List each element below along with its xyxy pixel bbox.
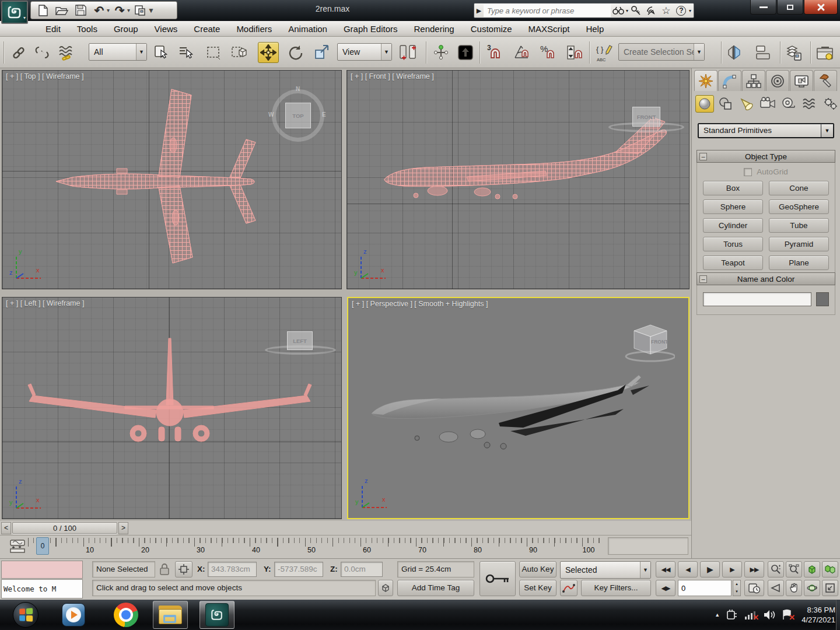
angle-snap-toggle-button[interactable] <box>511 42 532 63</box>
time-slider[interactable]: 0 / 100 <box>12 522 117 534</box>
menu-maxscript[interactable]: MAXScript <box>520 21 578 36</box>
object-name-input[interactable] <box>703 292 811 306</box>
help-dropdown-arrow[interactable]: ▾ <box>689 8 691 13</box>
align-button[interactable] <box>753 42 774 63</box>
snap-toggle-3d-button[interactable]: 3 <box>484 42 505 63</box>
manage-layers-button[interactable] <box>783 42 804 63</box>
current-frame-marker[interactable]: 0 <box>36 537 49 555</box>
favorites-star-icon[interactable]: ☆ <box>659 4 674 18</box>
time-configuration-button[interactable] <box>744 580 764 596</box>
undo-dropdown-arrow[interactable]: ▾ <box>107 7 110 13</box>
viewport-left[interactable]: [ + ] [ Left ] [ Wireframe ] LEFT <box>2 297 342 519</box>
subscription-key-icon[interactable] <box>628 4 643 18</box>
plane-button[interactable]: Plane <box>769 256 829 270</box>
percent-snap-toggle-button[interactable]: % <box>538 42 559 63</box>
named-selection-set-arrow[interactable]: ▼ <box>694 44 704 60</box>
absolute-offset-mode-toggle[interactable] <box>175 561 192 578</box>
viewport-top-label[interactable]: [ + ] [ Top ] [ Wireframe ] <box>6 72 84 80</box>
menu-views[interactable]: Views <box>146 21 186 36</box>
bind-to-spacewarp-button[interactable] <box>56 42 77 63</box>
viewcube-east[interactable]: E <box>322 111 326 118</box>
tab-utilities[interactable] <box>814 70 837 91</box>
systems-category-button[interactable] <box>821 95 840 113</box>
application-menu-button[interactable]: ▾ <box>1 1 28 24</box>
geometry-category-button[interactable] <box>695 95 714 113</box>
tab-motion[interactable] <box>766 70 789 91</box>
named-selection-sets-button[interactable]: { } ABC <box>594 42 615 63</box>
shapes-category-button[interactable] <box>716 95 735 113</box>
default-in-out-tangents-button[interactable] <box>560 580 578 596</box>
restore-button[interactable] <box>777 0 803 15</box>
menu-customize[interactable]: Customize <box>463 21 520 36</box>
help-icon[interactable]: ? <box>674 4 689 18</box>
geosphere-button[interactable]: GeoSphere <box>769 200 829 214</box>
selection-lock-toggle[interactable] <box>159 562 170 576</box>
tube-button[interactable]: Tube <box>769 218 829 233</box>
menu-group[interactable]: Group <box>106 21 146 36</box>
redo-dropdown-arrow[interactable]: ▾ <box>127 7 130 13</box>
field-of-view-button[interactable] <box>768 580 784 596</box>
action-center-icon[interactable]: ✕ <box>782 609 792 621</box>
show-desktop-button[interactable] <box>836 600 840 630</box>
orbit-button[interactable] <box>804 580 820 596</box>
zoom-button[interactable] <box>768 561 784 578</box>
viewport-left-label[interactable]: [ + ] [ Left ] [ Wireframe ] <box>6 299 84 307</box>
named-selection-set-dropdown[interactable]: Create Selection Se ▼ <box>618 43 705 61</box>
reference-coordinate-arrow[interactable]: ▼ <box>381 44 391 60</box>
toolbox-button[interactable] <box>814 42 835 63</box>
current-frame-input[interactable] <box>678 580 732 596</box>
zoom-all-button[interactable] <box>786 561 802 578</box>
spin-up-icon[interactable]: ▲ <box>735 582 738 586</box>
viewcube-north[interactable]: N <box>296 86 300 92</box>
select-and-link-button[interactable] <box>8 42 29 63</box>
viewcube-front-label[interactable]: FRONT <box>651 339 668 345</box>
volume-icon[interactable] <box>763 609 776 621</box>
new-file-button[interactable] <box>34 3 52 18</box>
reference-coordinate-dropdown[interactable]: View ▼ <box>337 43 392 61</box>
start-button[interactable] <box>13 602 38 628</box>
frame-spinner[interactable]: ▲ ▼ <box>733 580 741 596</box>
select-by-name-button[interactable] <box>175 42 196 63</box>
menu-help[interactable]: Help <box>578 21 612 36</box>
box-button[interactable]: Box <box>703 181 763 195</box>
previous-frame-button[interactable]: ◀ <box>678 561 698 578</box>
selection-filter-arrow[interactable]: ▼ <box>136 44 146 60</box>
go-to-end-button[interactable]: ▶▶ <box>744 561 764 578</box>
spacewarps-category-button[interactable] <box>800 95 819 113</box>
viewcube-top-face[interactable]: TOP <box>285 103 311 128</box>
viewcube-front-face[interactable]: FRONT <box>632 107 660 127</box>
set-keys-button[interactable] <box>480 561 516 596</box>
taskbar-chrome[interactable] <box>108 601 144 629</box>
tab-modify[interactable] <box>718 70 741 91</box>
lights-category-button[interactable] <box>737 95 756 113</box>
spinner-snap-toggle-button[interactable] <box>565 42 586 63</box>
cone-button[interactable]: Cone <box>769 181 829 195</box>
pyramid-button[interactable]: Pyramid <box>769 237 829 251</box>
autogrid-checkbox[interactable] <box>744 168 752 176</box>
menu-tools[interactable]: Tools <box>69 21 106 36</box>
key-filters-button[interactable]: Key Filters... <box>581 580 651 596</box>
project-folder-button[interactable] <box>131 3 149 18</box>
search-go-icon[interactable]: ▶ <box>474 7 484 15</box>
save-file-button[interactable] <box>72 3 89 18</box>
maxscript-listener[interactable]: Welcome to M <box>1 579 83 598</box>
viewport-perspective-label[interactable]: [ + ] [ Perspective ] [ Smooth + Highlig… <box>352 300 488 308</box>
maximize-viewport-toggle-button[interactable] <box>822 580 838 596</box>
x-coordinate-field[interactable]: 343.783cm <box>208 562 257 577</box>
minimize-button[interactable] <box>750 0 776 15</box>
zoom-extents-all-button[interactable] <box>822 561 838 578</box>
y-coordinate-field[interactable]: -5737.589c <box>274 562 323 577</box>
select-and-move-button[interactable] <box>258 42 279 63</box>
select-and-rotate-button[interactable] <box>285 42 306 63</box>
undo-button[interactable]: ↶ <box>90 3 108 18</box>
keyboard-shortcut-override-button[interactable] <box>455 42 476 63</box>
search-binoculars-icon[interactable] <box>611 4 626 18</box>
key-mode-toggle-button[interactable]: ◀▶ <box>656 580 676 596</box>
taskbar-3dsmax[interactable] <box>200 601 235 629</box>
tab-hierarchy[interactable] <box>742 70 765 91</box>
menu-graph-editors[interactable]: Graph Editors <box>335 21 406 36</box>
select-object-button[interactable] <box>150 42 172 63</box>
qat-customize-arrow[interactable]: ▼ <box>148 6 155 15</box>
close-button[interactable] <box>804 0 838 15</box>
name-and-color-header[interactable]: – Name and Color <box>696 272 835 285</box>
